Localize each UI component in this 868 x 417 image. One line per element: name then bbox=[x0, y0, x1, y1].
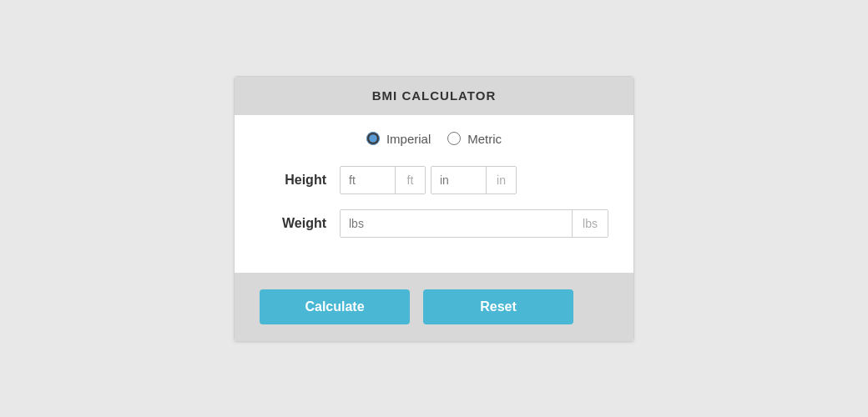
card-title: BMI CALCULATOR bbox=[372, 88, 496, 103]
metric-label: Metric bbox=[467, 132, 502, 146]
calculate-button[interactable]: Calculate bbox=[260, 289, 410, 324]
card-body: Imperial Metric Height ft in Weight bbox=[235, 115, 633, 273]
unit-selector: Imperial Metric bbox=[260, 132, 608, 146]
height-ft-input[interactable] bbox=[341, 167, 395, 193]
weight-input-wrapper: lbs bbox=[340, 209, 608, 238]
height-ft-wrapper: ft bbox=[340, 166, 426, 194]
metric-radio[interactable] bbox=[447, 132, 461, 145]
weight-input[interactable] bbox=[341, 210, 572, 237]
card-header: BMI CALCULATOR bbox=[235, 77, 633, 115]
weight-label: Weight bbox=[260, 216, 326, 231]
metric-option[interactable]: Metric bbox=[447, 132, 502, 146]
weight-unit: lbs bbox=[572, 210, 608, 237]
card-footer: Calculate Reset bbox=[235, 273, 633, 341]
calculator-card: BMI CALCULATOR Imperial Metric Height ft bbox=[234, 76, 634, 342]
height-in-unit: in bbox=[486, 167, 516, 193]
height-label: Height bbox=[260, 173, 326, 188]
imperial-option[interactable]: Imperial bbox=[366, 132, 431, 146]
height-row: Height ft in bbox=[260, 166, 608, 194]
imperial-label: Imperial bbox=[386, 132, 431, 146]
weight-row: Weight lbs bbox=[260, 209, 608, 238]
height-in-wrapper: in bbox=[431, 166, 517, 194]
height-in-input[interactable] bbox=[431, 167, 486, 193]
imperial-radio[interactable] bbox=[366, 132, 380, 145]
reset-button[interactable]: Reset bbox=[423, 289, 573, 324]
height-inputs: ft in bbox=[340, 166, 608, 194]
height-ft-unit: ft bbox=[395, 167, 425, 193]
